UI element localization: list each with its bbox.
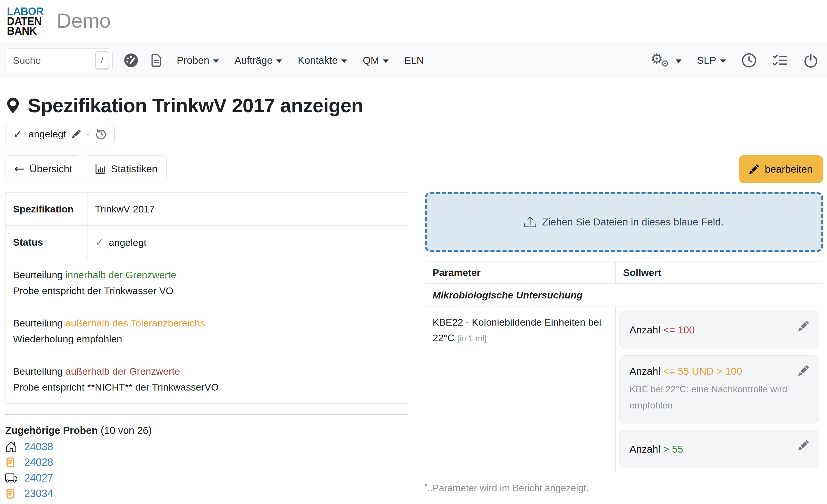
bar-chart-icon [95,163,106,174]
main-navbar: / Proben Aufträge Kontakte [0,43,827,78]
assessment-cell: Beurteilung außerhalb der Grenzwerte Pro… [5,355,408,404]
page-content: Spezifikation TrinkwV 2017 anzeigen ✓ an… [0,94,827,501]
logo-line: LABOR [7,7,44,16]
table-row: Spezifikation TrinkwV 2017 [5,193,408,226]
assessment-level: innerhalb der Grenzwerte [65,269,176,280]
app-header: LABOR DATEN BANK Demo [0,0,827,43]
separator-dot: · [86,129,90,140]
check-icon: ✓ [95,236,104,249]
logo-line: DATEN [7,16,44,26]
labordatenbank-logo[interactable]: LABOR DATEN BANK [7,7,44,36]
sample-link[interactable]: 24028 [24,456,53,468]
table-row: Beurteilung außerhalb des Toleranzbereic… [5,307,408,355]
overview-button-label: Übersicht [30,163,72,174]
column-header-sollwert: Sollwert [616,262,823,284]
row-label: Status [5,226,88,259]
section-title: Mikrobiologische Untersuchung [425,284,823,307]
table-row: KBE22 - Koloniebildende Einheiten bei 22… [425,307,823,472]
menu-label: QM [363,55,379,66]
menu-item-eln[interactable]: ELN [404,55,424,66]
page-title: Spezifikation TrinkwV 2017 anzeigen [28,94,363,117]
parameters-column: Ziehen Sie Dateien in dieses blaue Feld.… [425,192,823,501]
checklist-icon[interactable] [772,53,788,68]
statistics-button-label: Statistiken [111,163,157,174]
target-condition: > 55 [663,443,683,455]
menu-item-proben[interactable]: Proben [177,55,219,66]
related-samples-list: 24038 24028 [5,439,408,501]
target-condition: <= 100 [663,324,695,336]
settings-menu[interactable]: ⚙ ⚙ [650,52,681,69]
toolbar-left-buttons: ← Übersicht Statistiken [5,155,166,183]
menu-label: Proben [177,55,209,66]
chevron-down-icon [341,59,347,63]
user-label: SLP [697,55,716,66]
house-icon [5,441,17,453]
sample-link[interactable]: 24038 [24,441,53,453]
main-menu: Proben Aufträge Kontakte QM ELN [177,55,424,66]
edit-target-pencil-icon[interactable] [798,321,809,331]
target-value-card: Anzahl <= 55 UND > 100 KBE bei 22°C: ein… [619,355,819,423]
clock-icon[interactable] [741,53,757,68]
menu-label: Kontakte [298,55,338,66]
file-dropzone[interactable]: Ziehen Sie Dateien in dieses blaue Feld. [425,192,823,252]
edit-button[interactable]: bearbeiten [739,155,823,183]
target-note: KBE bei 22°C: eine Nachkontrolle wird em… [630,381,797,413]
statistics-button[interactable]: Statistiken [86,155,166,183]
target-value-card: Anzahl > 55 [619,430,819,468]
truck-icon [5,472,17,484]
chevron-down-icon [276,59,282,63]
chevron-down-icon [720,59,726,63]
menu-label: Aufträge [235,55,273,66]
gears-icon: ⚙ ⚙ [650,52,672,69]
table-footnote: *..Parameter wird im Bericht angezeigt. [425,482,823,494]
list-item: 24028 [5,455,408,470]
assessment-text: Wiederholung empfohlen [13,331,400,347]
menu-item-qm[interactable]: QM [363,55,388,66]
sample-link[interactable]: 24027 [24,472,53,484]
table-row: Beurteilung innerhalb der Grenzwerte Pro… [5,259,408,307]
search-shortcut-key: / [95,51,109,69]
parameter-cell: KBE22 - Koloniebildende Einheiten bei 22… [425,307,616,472]
search-box: / [5,49,113,72]
dropzone-text: Ziehen Sie Dateien in dieses blaue Feld. [542,216,723,228]
chevron-down-icon [383,59,389,63]
menu-item-kontakte[interactable]: Kontakte [298,55,347,66]
list-item: 23034 [5,486,408,501]
target-values-cell: Anzahl <= 100 [616,307,823,472]
location-pin-icon [5,97,21,114]
menu-item-auftraege[interactable]: Aufträge [235,55,282,66]
parameters-table: Parameter Sollwert Mikrobiologische Unte… [425,261,823,472]
menu-label: ELN [404,55,424,66]
overview-button[interactable]: ← Übersicht [5,155,81,183]
chevron-down-icon [213,59,219,63]
dashboard-speedometer-icon[interactable] [124,53,139,68]
user-menu[interactable]: SLP [697,55,726,66]
column-header-parameter: Parameter [425,262,616,284]
assessment-cell: Beurteilung außerhalb des Toleranzbereic… [5,307,408,355]
details-column: Spezifikation TrinkwV 2017 Status ✓angel… [5,192,408,501]
edit-target-pencil-icon[interactable] [798,440,809,450]
unit-note: [in 1 ml] [457,334,487,343]
logo-line: BANK [7,26,44,36]
check-icon: ✓ [13,128,23,140]
divider [5,414,408,415]
chevron-down-icon [676,59,681,63]
document-page-icon[interactable] [150,53,163,68]
assessment-text: Probe entspricht **NICHT** der Trinkwass… [13,379,400,395]
app-title: Demo [57,9,111,32]
history-icon[interactable] [95,128,107,140]
navbar-right-controls: ⚙ ⚙ SLP [650,52,818,69]
table-row: Status ✓angelegt [5,226,408,259]
row-value: TrinkwV 2017 [88,193,408,226]
related-samples-title: Zugehörige Proben (10 von 26) [5,424,408,436]
pencil-icon [749,164,759,174]
edit-status-pencil-icon[interactable] [72,130,81,138]
page-title-row: Spezifikation TrinkwV 2017 anzeigen [5,94,823,117]
assessment-text: Probe entspricht der Trinkwasser VO [13,283,400,299]
edit-button-label: bearbeiten [765,163,813,175]
status-badge[interactable]: ✓ angelegt · [5,123,115,145]
logout-power-icon[interactable] [803,53,818,68]
status-row: ✓ angelegt · [5,123,823,145]
sample-link[interactable]: 23034 [24,488,53,500]
edit-target-pencil-icon[interactable] [798,365,809,376]
